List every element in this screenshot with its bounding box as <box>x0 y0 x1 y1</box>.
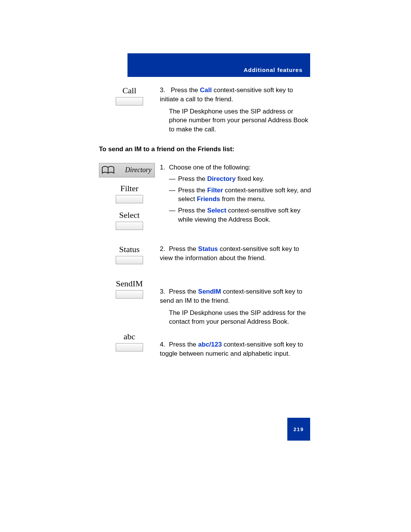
step2-link: Status <box>198 245 218 252</box>
step1-text: 1.Choose one of the following: Press the… <box>160 163 312 224</box>
sendim-key-label: SendIM <box>99 279 160 289</box>
step4-key-col: abc <box>99 332 160 358</box>
header-bar: Additional features <box>127 53 310 77</box>
step2-key-col: Status <box>99 244 160 271</box>
step1-d1-b: fixed key. <box>236 175 264 182</box>
step1-dash1: Press the Directory fixed key. <box>169 174 312 184</box>
step1-key-col: Directory Filter Select <box>99 163 160 237</box>
section-heading: To send an IM to a friend on the Friends… <box>99 145 312 153</box>
filter-soft-key <box>116 195 143 203</box>
call-step-row: Call 3. Press the Call context-sensitive… <box>99 86 312 134</box>
call-key-label: Call <box>99 86 160 96</box>
call-step-text: 3. Press the Call context-sensitive soft… <box>160 86 312 134</box>
step1-row: Directory Filter Select 1.Choose one of … <box>99 163 312 237</box>
call-key-col: Call <box>99 86 160 112</box>
step2-row: Status 2.Press the Status context-sensit… <box>99 244 312 271</box>
select-soft-key <box>116 222 143 230</box>
header-title: Additional features <box>244 67 303 73</box>
directory-key-label: Directory <box>118 166 155 174</box>
step3-text: 3.Press the SendIM context-sensitive sof… <box>160 279 312 326</box>
step1-d1-a: Press the <box>178 175 207 182</box>
step3-a: Press the <box>169 288 198 295</box>
step1-d3-a: Press the <box>178 207 207 214</box>
document-page: Additional features Call 3. Press the Ca… <box>0 0 411 532</box>
step1-dash3: Press the Select context-sensitive soft … <box>169 206 312 224</box>
step3-para2: The IP Deskphone uses the SIP address fo… <box>160 308 312 327</box>
step3-row: SendIM 3.Press the SendIM context-sensit… <box>99 279 312 326</box>
sendim-soft-key <box>116 290 143 299</box>
status-key-label: Status <box>99 244 160 254</box>
step1-dash2: Press the Filter context-sensitive soft … <box>169 186 312 204</box>
step4-a: Press the <box>169 341 198 348</box>
book-icon <box>102 165 115 175</box>
step1-d2-link: Filter <box>207 187 223 194</box>
abc-key-label: abc <box>99 332 160 342</box>
step1-d2-a: Press the <box>178 187 207 194</box>
step1-d3-link: Select <box>207 207 226 214</box>
step1-intro: Choose one of the following: <box>169 164 251 171</box>
status-soft-key <box>116 256 143 264</box>
step4-num: 4. <box>160 340 169 349</box>
select-key-label: Select <box>99 210 160 220</box>
step2-num: 2. <box>160 244 169 254</box>
call-step-para2: The IP Deskphone uses the SIP address or… <box>160 107 312 134</box>
step3-num: 3. <box>160 287 169 296</box>
step1-d1-link: Directory <box>207 175 236 182</box>
step4-text: 4.Press the abc/123 context-sensitive so… <box>160 332 312 358</box>
step2-text: 2.Press the Status context-sensitive sof… <box>160 244 312 263</box>
step3-link: SendIM <box>198 288 221 295</box>
step1-num: 1. <box>160 163 169 172</box>
step2-a: Press the <box>169 245 198 252</box>
step3-key-col: SendIM <box>99 279 160 305</box>
call-soft-key <box>116 97 143 105</box>
directory-fixed-key: Directory <box>99 163 155 177</box>
abc-soft-key <box>116 343 143 351</box>
call-step-text-a: Press the <box>171 86 200 94</box>
step1-d2-link2: Friends <box>197 195 220 203</box>
step4-row: abc 4.Press the abc/123 context-sensitiv… <box>99 332 312 358</box>
step4-link: abc/123 <box>198 341 222 348</box>
filter-key-label: Filter <box>99 184 160 193</box>
page-number: 219 <box>287 418 310 441</box>
step1-d2-c: from the menu. <box>220 195 266 203</box>
call-step-num: 3. <box>160 86 169 95</box>
content-area: Call 3. Press the Call context-sensitive… <box>99 86 312 363</box>
call-link: Call <box>200 86 212 94</box>
